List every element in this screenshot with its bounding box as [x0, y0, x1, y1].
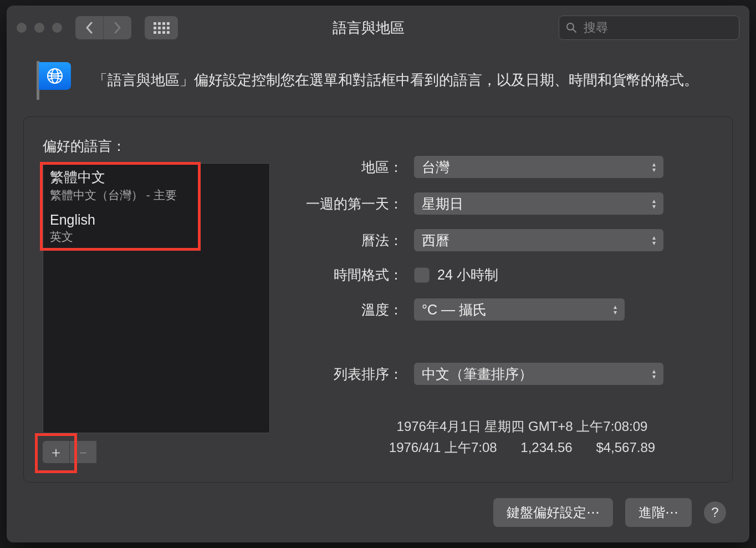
format-sample: 1976年4月1日 星期四 GMT+8 上午7:08:09 1976/4/1 上…	[331, 416, 713, 459]
language-list[interactable]: 繁體中文 繁體中文（台灣） - 主要 English 英文	[43, 163, 270, 433]
language-title: English	[50, 212, 263, 228]
zoom-window-button[interactable]	[52, 23, 62, 33]
chevron-updown-icon	[648, 195, 660, 212]
first-day-label: 一週的第一天：	[292, 195, 403, 213]
language-title: 繁體中文	[50, 168, 263, 186]
calendar-value: 西曆	[422, 231, 449, 250]
calendar-select[interactable]: 西曆	[414, 229, 663, 251]
main-panel: 偏好的語言： 繁體中文 繁體中文（台灣） - 主要 English 英文 ＋ －	[23, 116, 733, 483]
minus-icon: －	[76, 443, 90, 462]
chevron-updown-icon	[648, 366, 660, 382]
minimize-window-button[interactable]	[34, 23, 44, 33]
temperature-value: °C — 攝氏	[422, 301, 487, 319]
intro-text: 「語言與地區」偏好設定控制您在選單和對話框中看到的語言，以及日期、時間和貨幣的格…	[93, 69, 698, 92]
search-input[interactable]	[583, 20, 737, 35]
nav-group	[75, 16, 131, 39]
preferred-languages-section: 偏好的語言： 繁體中文 繁體中文（台灣） - 主要 English 英文 ＋ －	[43, 134, 270, 463]
preferred-languages-label: 偏好的語言：	[43, 137, 270, 155]
grid-icon	[154, 22, 170, 34]
svg-point-0	[567, 23, 574, 30]
sample-line-1: 1976年4月1日 星期四 GMT+8 上午7:08:09	[331, 416, 713, 437]
list-sort-value: 中文（筆畫排序）	[422, 365, 533, 383]
temperature-select[interactable]: °C — 攝氏	[414, 298, 625, 321]
add-remove-group: ＋ －	[43, 441, 270, 463]
show-all-button[interactable]	[145, 16, 178, 39]
add-language-button[interactable]: ＋	[43, 441, 70, 463]
keyboard-prefs-button[interactable]: 鍵盤偏好設定⋯	[493, 498, 613, 527]
back-button[interactable]	[75, 16, 104, 39]
region-select[interactable]: 台灣	[414, 156, 663, 178]
help-button[interactable]: ?	[704, 501, 726, 524]
titlebar: 語言與地區	[7, 6, 749, 50]
time-format-label: 時間格式：	[292, 266, 403, 284]
remove-language-button[interactable]: －	[70, 441, 97, 463]
svg-line-1	[573, 29, 576, 32]
calendar-label: 曆法：	[292, 231, 403, 250]
window-controls	[17, 23, 62, 33]
advanced-button[interactable]: 進階⋯	[625, 498, 692, 527]
list-item[interactable]: 繁體中文 繁體中文（台灣） - 主要	[44, 165, 268, 209]
preferences-window: 語言與地區 「語言與地區」偏好設定控制您在選單和對話框中看到的語言，以及日期、時…	[7, 6, 749, 542]
chevron-updown-icon	[648, 232, 660, 248]
list-sort-label: 列表排序：	[292, 365, 403, 383]
first-day-select[interactable]: 星期日	[414, 192, 663, 215]
list-sort-select[interactable]: 中文（筆畫排序）	[414, 363, 663, 385]
chevron-updown-icon	[609, 301, 621, 318]
language-subtitle: 英文	[50, 229, 263, 245]
time-format-value: 24 小時制	[437, 266, 498, 284]
plus-icon: ＋	[49, 443, 63, 462]
list-item[interactable]: English 英文	[44, 209, 268, 250]
time-format-checkbox[interactable]	[414, 267, 430, 283]
window-title: 語言與地區	[186, 18, 551, 38]
sample-number: 1,234.56	[520, 440, 572, 455]
search-field[interactable]	[559, 16, 739, 40]
first-day-value: 星期日	[422, 195, 463, 213]
intro: 「語言與地區」偏好設定控制您在選單和對話框中看到的語言，以及日期、時間和貨幣的格…	[7, 50, 749, 116]
close-window-button[interactable]	[17, 23, 27, 33]
sample-date-short: 1976/4/1 上午7:08	[389, 440, 497, 455]
chevron-updown-icon	[648, 159, 660, 175]
region-icon	[33, 61, 78, 100]
sample-currency: $4,567.89	[596, 440, 655, 455]
temperature-label: 溫度：	[292, 301, 403, 319]
region-label: 地區：	[292, 158, 403, 176]
help-icon: ?	[711, 505, 718, 520]
language-subtitle: 繁體中文（台灣） - 主要	[50, 187, 263, 203]
forward-button[interactable]	[104, 16, 131, 39]
region-value: 台灣	[422, 158, 449, 176]
search-icon	[566, 22, 577, 33]
footer: 鍵盤偏好設定⋯ 進階⋯ ?	[7, 488, 749, 542]
region-settings: 地區： 台灣 一週的第一天： 星期日 曆法： 西曆	[292, 134, 713, 463]
